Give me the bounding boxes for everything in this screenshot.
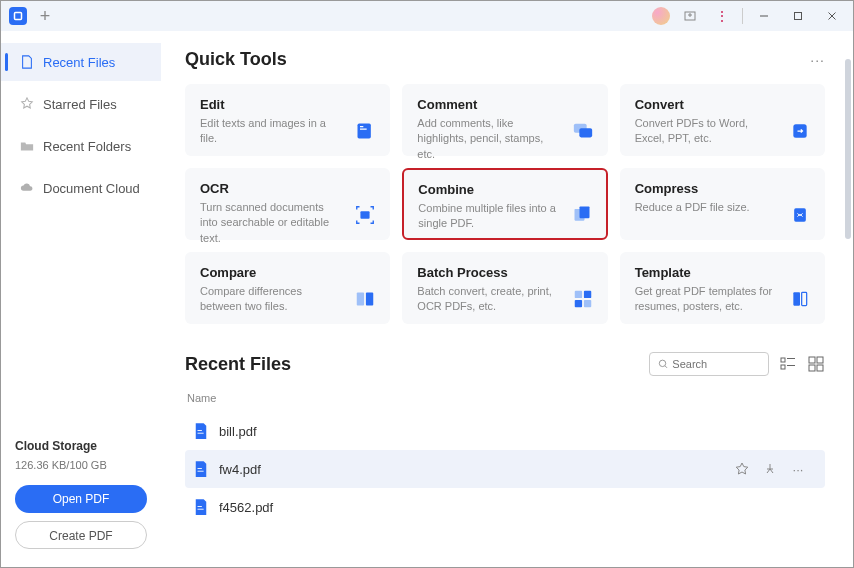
quick-tools-title: Quick Tools bbox=[185, 49, 287, 70]
tool-title: Compare bbox=[200, 265, 375, 280]
svg-rect-8 bbox=[360, 129, 367, 130]
quick-tools-grid: Edit Edit texts and images in a file. Co… bbox=[185, 84, 825, 324]
svg-rect-12 bbox=[361, 211, 370, 218]
search-input-wrapper[interactable] bbox=[649, 352, 769, 376]
svg-rect-16 bbox=[357, 293, 364, 306]
search-input[interactable] bbox=[672, 358, 760, 370]
sidebar-item-label: Document Cloud bbox=[43, 181, 140, 196]
svg-rect-28 bbox=[781, 365, 785, 369]
svg-rect-35 bbox=[198, 433, 204, 434]
sidebar-item-document-cloud[interactable]: Document Cloud bbox=[1, 169, 161, 207]
tool-card-compare[interactable]: Compare Compare differences between two … bbox=[185, 252, 390, 324]
open-pdf-button[interactable]: Open PDF bbox=[15, 485, 147, 513]
combine-icon bbox=[570, 202, 594, 226]
tool-card-template[interactable]: Template Get great PDF templates for res… bbox=[620, 252, 825, 324]
tool-card-combine[interactable]: Combine Combine multiple files into a si… bbox=[402, 168, 607, 240]
file-name: fw4.pdf bbox=[219, 462, 725, 477]
folder-icon bbox=[19, 138, 35, 154]
sidebar: Recent Files Starred Files Recent Folder… bbox=[1, 31, 161, 567]
list-view-icon[interactable] bbox=[779, 355, 797, 373]
svg-rect-19 bbox=[584, 291, 591, 298]
svg-rect-7 bbox=[360, 126, 363, 127]
svg-rect-18 bbox=[574, 291, 581, 298]
tool-title: Comment bbox=[417, 97, 592, 112]
maximize-button[interactable] bbox=[785, 4, 811, 28]
svg-rect-0 bbox=[15, 13, 22, 20]
tool-title: Batch Process bbox=[417, 265, 592, 280]
tool-card-batch[interactable]: Batch Process Batch convert, create, pri… bbox=[402, 252, 607, 324]
star-icon[interactable] bbox=[735, 462, 749, 476]
template-icon bbox=[788, 287, 812, 311]
svg-rect-10 bbox=[579, 128, 592, 137]
tool-desc: Batch convert, create, print, OCR PDFs, … bbox=[417, 284, 557, 315]
svg-rect-32 bbox=[809, 365, 815, 371]
grid-view-icon[interactable] bbox=[807, 355, 825, 373]
titlebar: + ⋮ bbox=[1, 1, 853, 31]
compare-icon bbox=[353, 287, 377, 311]
ocr-icon bbox=[353, 203, 377, 227]
svg-rect-15 bbox=[794, 208, 806, 221]
cloud-storage-box: Cloud Storage 126.36 KB/100 GB Open PDF … bbox=[1, 427, 161, 567]
tool-card-convert[interactable]: Convert Convert PDFs to Word, Excel, PPT… bbox=[620, 84, 825, 156]
tool-title: Edit bbox=[200, 97, 375, 112]
svg-rect-17 bbox=[366, 293, 373, 306]
tool-desc: Turn scanned documents into searchable o… bbox=[200, 200, 340, 246]
close-button[interactable] bbox=[819, 4, 845, 28]
sidebar-item-recent-files[interactable]: Recent Files bbox=[1, 43, 161, 81]
svg-rect-37 bbox=[198, 471, 204, 472]
svg-rect-33 bbox=[817, 365, 823, 371]
cloud-storage-quota: 126.36 KB/100 GB bbox=[15, 459, 147, 471]
sidebar-item-starred-files[interactable]: Starred Files bbox=[1, 85, 161, 123]
batch-icon bbox=[571, 287, 595, 311]
svg-rect-26 bbox=[781, 358, 785, 362]
share-icon[interactable] bbox=[678, 4, 702, 28]
tool-title: Combine bbox=[418, 182, 591, 197]
file-icon bbox=[19, 54, 35, 70]
svg-rect-36 bbox=[198, 468, 202, 469]
svg-rect-6 bbox=[358, 124, 371, 139]
svg-rect-31 bbox=[817, 357, 823, 363]
svg-rect-20 bbox=[574, 300, 581, 307]
tool-card-edit[interactable]: Edit Edit texts and images in a file. bbox=[185, 84, 390, 156]
tool-card-ocr[interactable]: OCR Turn scanned documents into searchab… bbox=[185, 168, 390, 240]
search-icon bbox=[658, 358, 668, 370]
star-icon bbox=[19, 96, 35, 112]
scrollbar[interactable] bbox=[845, 31, 851, 567]
tool-desc: Reduce a PDF file size. bbox=[635, 200, 775, 215]
file-name: f4562.pdf bbox=[219, 500, 817, 515]
svg-rect-29 bbox=[787, 365, 795, 366]
new-tab-button[interactable]: + bbox=[33, 4, 57, 28]
pin-icon[interactable] bbox=[763, 462, 777, 476]
tool-card-comment[interactable]: Comment Add comments, like highlights, p… bbox=[402, 84, 607, 156]
app-logo-icon bbox=[9, 7, 27, 25]
kebab-menu-icon[interactable]: ⋮ bbox=[710, 4, 734, 28]
tool-desc: Edit texts and images in a file. bbox=[200, 116, 340, 147]
file-row[interactable]: bill.pdf bbox=[185, 412, 825, 450]
cloud-storage-title: Cloud Storage bbox=[15, 439, 147, 453]
tool-desc: Get great PDF templates for resumes, pos… bbox=[635, 284, 775, 315]
compress-icon bbox=[788, 203, 812, 227]
edit-icon bbox=[353, 119, 377, 143]
tool-title: Compress bbox=[635, 181, 810, 196]
tool-card-compress[interactable]: Compress Reduce a PDF file size. bbox=[620, 168, 825, 240]
sidebar-item-recent-folders[interactable]: Recent Folders bbox=[1, 127, 161, 165]
tool-desc: Combine multiple files into a single PDF… bbox=[418, 201, 558, 232]
quick-tools-more-icon[interactable]: ··· bbox=[810, 52, 825, 68]
sidebar-item-label: Starred Files bbox=[43, 97, 117, 112]
svg-rect-30 bbox=[809, 357, 815, 363]
row-more-icon[interactable]: ··· bbox=[791, 462, 805, 476]
file-row[interactable]: f4562.pdf bbox=[185, 488, 825, 526]
recent-files-title: Recent Files bbox=[185, 354, 291, 375]
sidebar-item-label: Recent Folders bbox=[43, 139, 131, 154]
svg-rect-38 bbox=[198, 506, 202, 507]
svg-rect-34 bbox=[198, 430, 202, 431]
comment-icon bbox=[571, 119, 595, 143]
user-avatar-icon[interactable] bbox=[652, 7, 670, 25]
file-name: bill.pdf bbox=[219, 424, 817, 439]
column-header-name: Name bbox=[185, 388, 825, 412]
tool-title: Template bbox=[635, 265, 810, 280]
create-pdf-button[interactable]: Create PDF bbox=[15, 521, 147, 549]
svg-rect-27 bbox=[787, 358, 795, 359]
file-row[interactable]: fw4.pdf ··· bbox=[185, 450, 825, 488]
minimize-button[interactable] bbox=[751, 4, 777, 28]
